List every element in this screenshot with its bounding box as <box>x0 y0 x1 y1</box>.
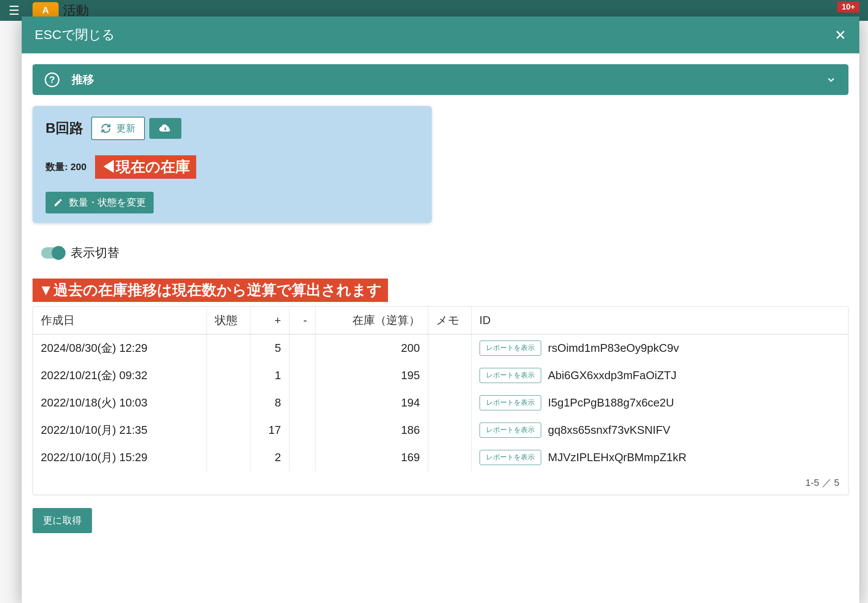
show-report-button[interactable]: レポートを表示 <box>480 423 541 438</box>
col-plus: + <box>250 307 289 334</box>
show-report-button[interactable]: レポートを表示 <box>480 395 541 410</box>
table-row: 2022/10/10(月) 15:292169レポートを表示MJVzIPLEHx… <box>33 444 848 471</box>
col-id: ID <box>471 307 848 334</box>
refresh-icon <box>101 123 111 134</box>
cell-minus <box>289 416 315 444</box>
col-minus: - <box>289 307 315 334</box>
cell-stock: 195 <box>315 362 428 389</box>
row-id: Abi6GX6xxdp3mFaOiZTJ <box>548 369 677 382</box>
cell-minus <box>289 362 315 389</box>
toggle-label: 表示切替 <box>71 245 119 261</box>
cell-id: レポートを表示I5g1PcPgB188g7x6ce2U <box>471 389 848 416</box>
cell-minus <box>289 334 315 362</box>
table-row: 2022/10/21(金) 09:321195レポートを表示Abi6GX6xxd… <box>33 362 848 389</box>
cell-created: 2022/10/10(月) 15:29 <box>33 444 207 471</box>
cell-status <box>207 416 250 444</box>
section-header[interactable]: ? 推移 <box>33 64 848 95</box>
cell-minus <box>289 389 315 416</box>
pencil-icon <box>53 198 63 207</box>
col-created: 作成日 <box>33 307 207 334</box>
cell-id: レポートを表示MJVzIPLEHxQrBMmpZ1kR <box>471 444 848 471</box>
cell-plus: 1 <box>250 362 289 389</box>
col-memo: メモ <box>428 307 471 334</box>
cell-created: 2022/10/18(火) 10:03 <box>33 389 207 416</box>
col-stock: 在庫（逆算） <box>315 307 428 334</box>
table-header-row: 作成日 状態 + - 在庫（逆算） メモ ID <box>33 307 848 334</box>
display-toggle[interactable] <box>41 247 65 259</box>
history-table: 作成日 状態 + - 在庫（逆算） メモ ID 2024/08/30(金) 12… <box>33 306 848 495</box>
stock-card: B回路 更新 数量: 200 ◀現在の在庫 <box>33 106 432 223</box>
cloud-download-icon <box>159 123 172 134</box>
cell-memo <box>428 334 471 362</box>
table-heading: ▼過去の在庫推移は現在数から逆算で算出されます <box>33 279 388 302</box>
cell-plus: 8 <box>250 389 289 416</box>
hamburger-icon[interactable]: ☰ <box>9 3 20 18</box>
show-report-button[interactable]: レポートを表示 <box>480 450 541 465</box>
cell-stock: 194 <box>315 389 428 416</box>
load-more-button[interactable]: 更に取得 <box>33 508 92 533</box>
cell-created: 2022/10/21(金) 09:32 <box>33 362 207 389</box>
cell-id: レポートを表示gq8xs65snxf73vKSNIFV <box>471 416 848 444</box>
row-id: rsOimd1mP83eOy9pkC9v <box>548 341 679 355</box>
cell-stock: 186 <box>315 416 428 444</box>
show-report-button[interactable]: レポートを表示 <box>480 368 541 383</box>
update-label: 更新 <box>116 122 135 135</box>
cell-id: レポートを表示Abi6GX6xxdp3mFaOiZTJ <box>471 362 848 389</box>
cell-plus: 2 <box>250 444 289 471</box>
card-title: B回路 <box>46 119 83 138</box>
quantity-label: 数量: 200 <box>46 161 86 174</box>
table-row: 2022/10/10(月) 21:3517186レポートを表示gq8xs65sn… <box>33 416 848 444</box>
edit-quantity-button[interactable]: 数量・状態を変更 <box>46 192 154 213</box>
cell-status <box>207 444 250 471</box>
row-id: MJVzIPLEHxQrBMmpZ1kR <box>548 451 687 464</box>
show-report-button[interactable]: レポートを表示 <box>480 341 541 356</box>
cloud-download-button[interactable] <box>149 118 181 139</box>
cell-plus: 5 <box>250 334 289 362</box>
modal-content: B回路 更新 数量: 200 ◀現在の在庫 <box>22 95 859 603</box>
modal-dialog: ESCで閉じる ✕ ? 推移 B回路 更新 <box>22 16 859 603</box>
display-toggle-row: 表示切替 <box>41 245 848 261</box>
cell-memo <box>428 389 471 416</box>
cell-stock: 200 <box>315 334 428 362</box>
cell-memo <box>428 416 471 444</box>
cell-status <box>207 362 250 389</box>
chevron-down-icon[interactable] <box>826 75 836 85</box>
close-icon[interactable]: ✕ <box>835 28 846 42</box>
cell-memo <box>428 444 471 471</box>
pager: 1-5 ／ 5 <box>33 471 848 495</box>
cell-created: 2024/08/30(金) 12:29 <box>33 334 207 362</box>
col-status: 状態 <box>207 307 250 334</box>
cell-minus <box>289 444 315 471</box>
row-id: gq8xs65snxf73vKSNIFV <box>548 423 671 437</box>
cell-status <box>207 334 250 362</box>
section-title: 推移 <box>72 72 94 87</box>
row-id: I5g1PcPgB188g7x6ce2U <box>548 396 674 410</box>
current-stock-badge: ◀現在の在庫 <box>95 155 196 179</box>
table-row: 2024/08/30(金) 12:295200レポートを表示rsOimd1mP8… <box>33 334 848 362</box>
notification-badge[interactable]: 10+ <box>837 2 859 13</box>
cell-created: 2022/10/10(月) 21:35 <box>33 416 207 444</box>
cell-memo <box>428 362 471 389</box>
cell-stock: 169 <box>315 444 428 471</box>
modal-titlebar: ESCで閉じる ✕ <box>22 16 859 53</box>
edit-label: 数量・状態を変更 <box>69 196 146 209</box>
modal-title: ESCで閉じる <box>35 26 115 44</box>
cell-status <box>207 389 250 416</box>
cell-plus: 17 <box>250 416 289 444</box>
update-button[interactable]: 更新 <box>91 117 145 140</box>
help-icon[interactable]: ? <box>45 72 59 87</box>
cell-id: レポートを表示rsOimd1mP83eOy9pkC9v <box>471 334 848 362</box>
table-row: 2022/10/18(火) 10:038194レポートを表示I5g1PcPgB1… <box>33 389 848 416</box>
